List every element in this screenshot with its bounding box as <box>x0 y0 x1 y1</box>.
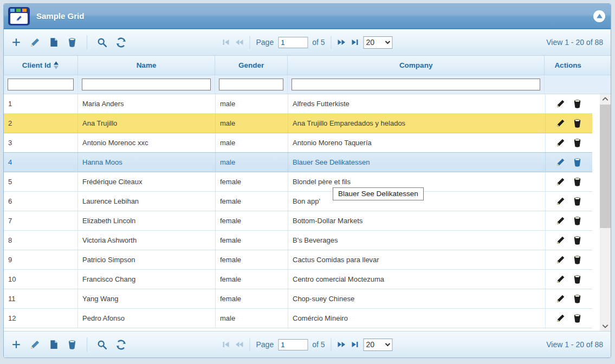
cell-gender[interactable]: female <box>216 172 288 191</box>
cell-company[interactable]: Bottom-Dollar Markets <box>288 211 546 230</box>
refresh-button[interactable] <box>116 37 126 48</box>
cell-company[interactable]: B's Beverages <box>288 231 546 250</box>
row-edit-button[interactable] <box>556 158 565 167</box>
row-edit-button[interactable] <box>556 275 565 284</box>
cell-gender[interactable]: female <box>216 231 288 250</box>
edit-record-button[interactable] <box>30 37 40 48</box>
cell-company[interactable]: Comércio Mineiro <box>288 309 546 328</box>
table-row[interactable]: 5 Frédérique Citeaux female Blondel père… <box>4 172 592 192</box>
row-edit-button[interactable] <box>556 99 565 108</box>
cell-client-id[interactable]: 1 <box>4 94 78 113</box>
collapse-grid-button[interactable] <box>593 10 605 22</box>
table-row[interactable]: 2 Ana Trujillo male Ana Trujillo Empared… <box>4 114 592 133</box>
table-row[interactable]: 7 Elizabeth Lincoln female Bottom-Dollar… <box>4 211 592 231</box>
cell-gender[interactable]: female <box>216 270 288 289</box>
cell-name[interactable]: Frédérique Citeaux <box>78 172 216 191</box>
cell-name[interactable]: Elizabeth Lincoln <box>78 211 216 230</box>
row-delete-button[interactable] <box>573 99 582 108</box>
cell-gender[interactable]: female <box>216 211 288 230</box>
search-button[interactable] <box>97 340 107 350</box>
row-delete-button[interactable] <box>573 216 582 225</box>
cell-gender[interactable]: female <box>216 289 288 308</box>
search-button[interactable] <box>97 37 107 48</box>
next-page-button[interactable] <box>338 38 346 47</box>
cell-name[interactable]: Francisco Chang <box>78 270 216 289</box>
page-size-select[interactable]: 20 <box>364 339 393 351</box>
cell-gender[interactable]: male <box>216 309 288 328</box>
add-record-button[interactable] <box>11 37 21 47</box>
row-edit-button[interactable] <box>556 216 565 225</box>
row-delete-button[interactable] <box>573 158 582 167</box>
row-edit-button[interactable] <box>556 314 565 323</box>
cell-client-id[interactable]: 2 <box>4 114 78 133</box>
row-edit-button[interactable] <box>556 197 565 206</box>
cell-company[interactable]: Blauer See Delikatessen <box>288 153 546 172</box>
row-edit-button[interactable] <box>556 119 565 128</box>
row-delete-button[interactable] <box>573 197 582 206</box>
view-record-button[interactable] <box>49 340 59 349</box>
page-size-select[interactable]: 20 <box>364 36 393 49</box>
row-delete-button[interactable] <box>573 275 582 284</box>
cell-client-id[interactable]: 5 <box>4 172 78 191</box>
cell-name[interactable]: Antonio Morenoc xxc <box>78 133 216 152</box>
cell-company[interactable]: Chop-suey Chinese <box>288 289 546 308</box>
next-page-button[interactable] <box>338 340 346 349</box>
cell-name[interactable]: Laurence Lebihan <box>78 192 216 211</box>
filter-gender-input[interactable] <box>219 79 283 90</box>
cell-company[interactable]: Centro comercial Moctezuma <box>288 270 546 289</box>
delete-record-button[interactable] <box>67 37 77 47</box>
cell-gender[interactable]: male <box>216 114 288 133</box>
cell-name[interactable]: Hanna Moos <box>78 153 216 172</box>
cell-client-id[interactable]: 4 <box>4 153 78 172</box>
row-delete-button[interactable] <box>573 314 582 323</box>
page-number-input[interactable] <box>278 37 308 48</box>
cell-company[interactable]: Ana Trujillo Emparedados y helados <box>288 114 546 133</box>
cell-client-id[interactable]: 7 <box>4 211 78 230</box>
column-header-gender[interactable]: Gender <box>215 56 288 75</box>
last-page-button[interactable] <box>351 38 359 47</box>
scroll-up-button[interactable] <box>600 94 611 103</box>
cell-name[interactable]: Maria Anders <box>78 94 216 113</box>
cell-client-id[interactable]: 10 <box>4 270 78 289</box>
table-row[interactable]: 3 Antonio Morenoc xxc male Antonio Moren… <box>4 133 592 153</box>
row-edit-button[interactable] <box>556 294 565 303</box>
add-record-button[interactable] <box>11 340 21 349</box>
cell-name[interactable]: Pedro Afonso <box>78 309 216 328</box>
table-row[interactable]: 10 Francisco Chang female Centro comerci… <box>4 270 592 289</box>
cell-company[interactable]: Antonio Moreno Taquería <box>288 133 546 152</box>
cell-company[interactable]: Cactus Comidas para llevar <box>288 250 546 269</box>
table-row[interactable]: 8 Victoria Ashworth female B's Beverages <box>4 231 592 250</box>
cell-client-id[interactable]: 9 <box>4 250 78 269</box>
row-edit-button[interactable] <box>556 236 565 245</box>
prev-page-button[interactable] <box>235 340 243 349</box>
row-edit-button[interactable] <box>556 255 565 264</box>
row-delete-button[interactable] <box>573 236 582 245</box>
row-edit-button[interactable] <box>556 177 565 186</box>
cell-gender[interactable]: female <box>216 250 288 269</box>
row-delete-button[interactable] <box>573 255 582 264</box>
column-header-name[interactable]: Name <box>78 56 216 75</box>
cell-name[interactable]: Ana Trujillo <box>78 114 216 133</box>
view-record-button[interactable] <box>49 37 59 47</box>
scroll-down-button[interactable] <box>600 322 611 331</box>
page-number-input[interactable] <box>278 339 308 350</box>
row-delete-button[interactable] <box>573 177 582 186</box>
table-row[interactable]: 6 Laurence Lebihan female Bon app' <box>4 192 592 211</box>
column-header-company[interactable]: Company <box>288 56 545 75</box>
cell-client-id[interactable]: 6 <box>4 192 78 211</box>
row-delete-button[interactable] <box>573 294 582 303</box>
refresh-button[interactable] <box>116 340 126 350</box>
first-page-button[interactable] <box>222 340 230 349</box>
edit-record-button[interactable] <box>30 340 40 350</box>
table-row[interactable]: 9 Patricio Simpson female Cactus Comidas… <box>4 250 592 270</box>
table-row[interactable]: 4 Hanna Moos male Blauer See Delikatesse… <box>4 152 592 172</box>
cell-gender[interactable]: male <box>216 153 288 172</box>
cell-gender[interactable]: male <box>216 133 288 152</box>
delete-record-button[interactable] <box>67 340 77 349</box>
table-row[interactable]: 12 Pedro Afonso male Comércio Mineiro <box>4 309 592 328</box>
cell-client-id[interactable]: 8 <box>4 231 78 250</box>
filter-company-input[interactable] <box>292 79 540 90</box>
cell-client-id[interactable]: 3 <box>4 133 78 152</box>
filter-name-input[interactable] <box>82 79 211 90</box>
cell-name[interactable]: Victoria Ashworth <box>78 231 216 250</box>
